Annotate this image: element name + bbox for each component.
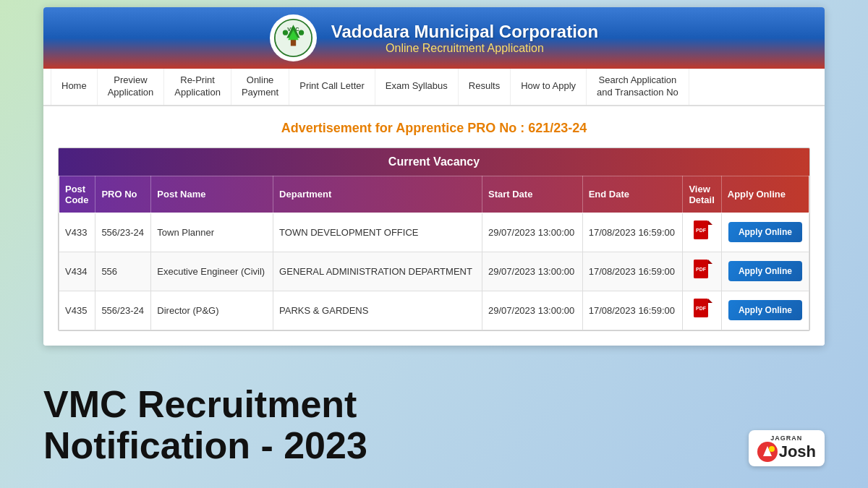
cell-post-name: Executive Engineer (Civil) xyxy=(151,252,273,291)
cell-department: TOWN DEVELOPMENT OFFICE xyxy=(273,213,482,252)
bottom-title-line1: VMC Recruitment xyxy=(43,384,367,425)
svg-point-21 xyxy=(769,446,775,452)
cell-department: PARKS & GARDENS xyxy=(273,291,482,330)
nav-exam-syllabus[interactable]: Exam Syllabus xyxy=(375,69,459,105)
svg-text:PDF: PDF xyxy=(696,228,707,233)
table-row: V434 556 Executive Engineer (Civil) GENE… xyxy=(59,252,809,291)
nav-how-to-apply[interactable]: How to Apply xyxy=(511,69,587,105)
table-row: V433 556/23-24 Town Planner TOWN DEVELOP… xyxy=(59,213,809,252)
col-apply-online: Apply Online xyxy=(721,176,809,213)
svg-marker-18 xyxy=(708,299,712,303)
jagran-text: JAGRAN xyxy=(770,435,802,442)
apply-online-button[interactable]: Apply Online xyxy=(728,261,802,281)
cell-end-date: 17/08/2023 16:59:00 xyxy=(582,252,683,291)
cell-view-detail[interactable]: PDF xyxy=(683,252,721,291)
bottom-title-line2: Notification - 2023 xyxy=(43,425,367,466)
header-text-block: Vadodara Municipal Corporation Online Re… xyxy=(331,22,598,55)
col-start-date: Start Date xyxy=(482,176,582,213)
cell-department: GENERAL ADMINISTRATION DEPARTMENT xyxy=(273,252,482,291)
col-department: Department xyxy=(273,176,482,213)
vacancy-table-wrapper: Current Vacancy PostCode PRO No Post Nam… xyxy=(58,147,810,331)
portal-header: VMC Vadodara Municipal Corporation Onlin… xyxy=(43,7,825,69)
col-view-detail: ViewDetail xyxy=(683,176,721,213)
svg-text:PDF: PDF xyxy=(696,267,707,272)
svg-point-5 xyxy=(299,30,304,35)
cell-start-date: 29/07/2023 13:00:00 xyxy=(482,291,582,330)
vmc-logo: VMC xyxy=(270,14,317,61)
josh-text: Josh xyxy=(779,444,816,460)
portal-container: VMC Vadodara Municipal Corporation Onlin… xyxy=(43,7,825,346)
cell-view-detail[interactable]: PDF xyxy=(683,213,721,252)
apply-online-button[interactable]: Apply Online xyxy=(728,300,802,320)
cell-post-code: V434 xyxy=(59,252,95,291)
cell-post-name: Town Planner xyxy=(151,213,273,252)
cell-start-date: 29/07/2023 13:00:00 xyxy=(482,213,582,252)
svg-point-6 xyxy=(283,30,288,35)
svg-marker-10 xyxy=(708,221,712,225)
nav-print-call-letter[interactable]: Print Call Letter xyxy=(289,69,375,105)
table-header-row: PostCode PRO No Post Name Department Sta… xyxy=(59,176,809,213)
nav-online-payment[interactable]: Online Payment xyxy=(231,69,289,105)
col-end-date: End Date xyxy=(582,176,683,213)
cell-post-code: V433 xyxy=(59,213,95,252)
ad-title: Advertisement for Apprentice PRO No : 62… xyxy=(58,121,810,136)
nav-bar: Home Preview Application Re-Print Applic… xyxy=(43,69,825,106)
cell-post-code: V435 xyxy=(59,291,95,330)
cell-apply-online: Apply Online xyxy=(721,291,809,330)
cell-apply-online: Apply Online xyxy=(721,213,809,252)
cell-pro-no: 556/23-24 xyxy=(95,291,151,330)
nav-home[interactable]: Home xyxy=(51,69,98,105)
svg-text:PDF: PDF xyxy=(696,306,707,311)
jagran-josh-logo: JAGRAN Josh xyxy=(749,430,825,466)
col-post-name: Post Name xyxy=(151,176,273,213)
cell-post-name: Director (P&G) xyxy=(151,291,273,330)
nav-results[interactable]: Results xyxy=(459,69,511,105)
cell-pro-no: 556 xyxy=(95,252,151,291)
josh-icon xyxy=(757,442,778,462)
col-pro-no: PRO No xyxy=(95,176,151,213)
cell-end-date: 17/08/2023 16:59:00 xyxy=(582,291,683,330)
table-row: V435 556/23-24 Director (P&G) PARKS & GA… xyxy=(59,291,809,330)
cell-view-detail[interactable]: PDF xyxy=(683,291,721,330)
nav-preview-application[interactable]: Preview Application xyxy=(98,69,165,105)
cell-pro-no: 556/23-24 xyxy=(95,213,151,252)
vacancy-table: PostCode PRO No Post Name Department Sta… xyxy=(59,176,809,330)
cell-start-date: 29/07/2023 13:00:00 xyxy=(482,252,582,291)
cell-apply-online: Apply Online xyxy=(721,252,809,291)
table-section-header: Current Vacancy xyxy=(59,148,809,176)
cell-end-date: 17/08/2023 16:59:00 xyxy=(582,213,683,252)
apply-online-button[interactable]: Apply Online xyxy=(728,222,802,242)
main-content: Advertisement for Apprentice PRO No : 62… xyxy=(43,106,825,346)
col-post-code: PostCode xyxy=(59,176,95,213)
bottom-title: VMC Recruitment Notification - 2023 xyxy=(43,384,367,466)
portal-title: Vadodara Municipal Corporation xyxy=(331,22,598,42)
nav-reprint-application[interactable]: Re-Print Application xyxy=(164,69,231,105)
portal-subtitle: Online Recruitment Application xyxy=(331,42,598,55)
nav-search-application[interactable]: Search Application and Transaction No xyxy=(587,69,689,105)
svg-marker-14 xyxy=(708,260,712,264)
